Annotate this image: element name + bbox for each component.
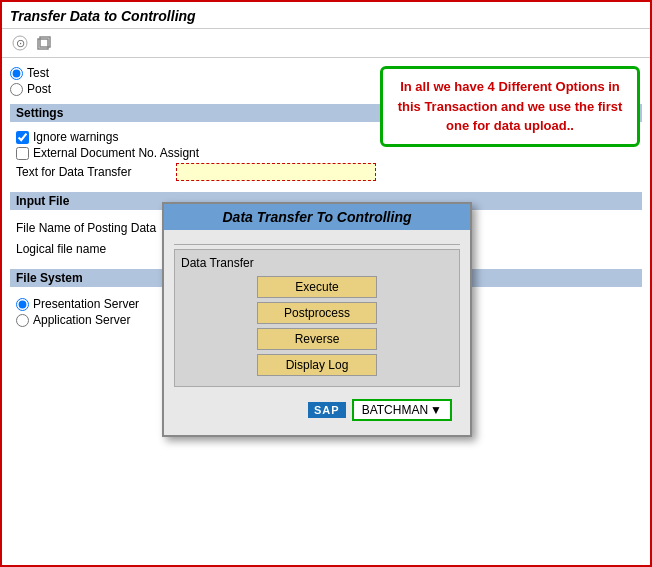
batchman-button[interactable]: BATCHMAN ▼ xyxy=(352,399,452,421)
ext-doc-item[interactable]: External Document No. Assignt xyxy=(16,146,636,160)
application-server-radio[interactable] xyxy=(16,314,29,327)
batchman-arrow: ▼ xyxy=(430,403,442,417)
execute-button[interactable]: Execute xyxy=(257,276,377,298)
svg-text:⊙: ⊙ xyxy=(16,37,25,49)
post-radio[interactable] xyxy=(10,83,23,96)
ignore-warnings-checkbox[interactable] xyxy=(16,131,29,144)
copy-icon[interactable] xyxy=(34,33,54,53)
reverse-button[interactable]: Reverse xyxy=(257,328,377,350)
back-icon[interactable]: ⊙ xyxy=(10,33,30,53)
logical-file-label: Logical file name xyxy=(16,242,176,256)
main-window: Transfer Data to Controlling ⊙ Test xyxy=(0,0,652,567)
post-label: Post xyxy=(27,82,51,96)
modal-title-bar: Data Transfer To Controlling xyxy=(164,204,470,230)
application-server-label: Application Server xyxy=(33,313,130,327)
postprocess-button[interactable]: Postprocess xyxy=(257,302,377,324)
test-label: Test xyxy=(27,66,49,80)
modal-title: Data Transfer To Controlling xyxy=(222,209,411,225)
presentation-server-radio[interactable] xyxy=(16,298,29,311)
text-field-label: Text for Data Transfer xyxy=(16,165,176,179)
window-title: Transfer Data to Controlling xyxy=(10,8,642,24)
test-radio[interactable] xyxy=(10,67,23,80)
ext-doc-checkbox[interactable] xyxy=(16,147,29,160)
modal-divider-top xyxy=(174,244,460,245)
callout-text: In all we have 4 Different Options in th… xyxy=(398,79,623,133)
modal-buttons-area: Data Transfer Execute Postprocess Revers… xyxy=(174,249,460,387)
ignore-warnings-label: Ignore warnings xyxy=(33,130,118,144)
toolbar: ⊙ xyxy=(2,29,650,58)
title-bar: Transfer Data to Controlling xyxy=(2,2,650,29)
modal-section-title: Data Transfer xyxy=(181,256,453,270)
modal-footer: SAP BATCHMAN ▼ xyxy=(174,395,460,425)
modal-body: Data Transfer Execute Postprocess Revers… xyxy=(164,230,470,435)
sap-logo: SAP xyxy=(308,402,346,418)
modal-dialog: Data Transfer To Controlling Data Transf… xyxy=(162,202,472,437)
text-for-data-transfer-row: Text for Data Transfer xyxy=(16,163,636,181)
display-log-button[interactable]: Display Log xyxy=(257,354,377,376)
file-name-label: File Name of Posting Data xyxy=(16,221,176,235)
callout-box: In all we have 4 Different Options in th… xyxy=(380,66,640,147)
ext-doc-label: External Document No. Assignt xyxy=(33,146,199,160)
batchman-label: BATCHMAN xyxy=(362,403,428,417)
presentation-server-label: Presentation Server xyxy=(33,297,139,311)
text-for-data-transfer-input[interactable] xyxy=(176,163,376,181)
